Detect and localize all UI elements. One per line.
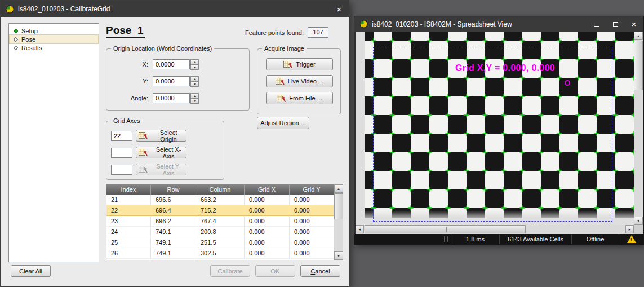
spin-up-icon[interactable]: ▲ [190, 59, 199, 65]
origin-axis-row: Select Origin [111, 130, 186, 142]
grid-tool-icon [139, 166, 148, 173]
tree-item-pose[interactable]: Pose [10, 35, 98, 43]
group-title: Grid Axes [111, 117, 143, 124]
feature-points-label: Feature points found: [225, 29, 304, 36]
calibrate-button[interactable]: Calibrate [210, 265, 250, 277]
x-axis-index-field[interactable] [111, 148, 132, 158]
feature-points-value: 107 [308, 27, 328, 38]
tree-item-label: Pose [21, 36, 35, 43]
ok-button[interactable]: OK [255, 265, 295, 277]
table-scrollbar[interactable]: ▲ ▼ [334, 184, 343, 260]
select-origin-button[interactable]: Select Origin [136, 130, 186, 142]
spin-down-icon[interactable]: ▼ [190, 82, 199, 87]
table-row[interactable]: 26 749.1 302.5 0.000 0.000 [106, 248, 334, 259]
column-header[interactable]: Grid Y [290, 184, 334, 195]
calibrate-grid-window: is8402_010203 - CalibrateGrid × Setup Po… [0, 0, 349, 287]
scrollbar-thumb[interactable] [634, 41, 643, 90]
y-input[interactable] [153, 76, 190, 86]
y-axis-index-field[interactable] [111, 165, 132, 175]
status-segment-empty [354, 234, 451, 244]
table-row-selected[interactable]: 22 696.4 715.2 0.000 0.000 [106, 205, 334, 216]
scroll-up-icon[interactable]: ▲ [634, 32, 643, 40]
adjust-region-button[interactable]: Adjust Region ... [257, 117, 309, 129]
column-header[interactable]: Column [196, 184, 245, 195]
cell: 23 [106, 216, 151, 227]
scroll-down-icon[interactable]: ▼ [334, 251, 343, 260]
cell: 0.000 [245, 237, 290, 248]
maximize-icon[interactable] [608, 19, 623, 30]
table-row[interactable]: 21 696.6 663.2 0.000 0.000 [106, 195, 334, 205]
scroll-up-icon[interactable]: ▲ [334, 184, 343, 193]
live-video-button[interactable]: Live Video ... [266, 75, 333, 87]
cell: 0.000 [290, 227, 334, 237]
x-row: X: ▲ ▼ [112, 59, 199, 69]
cell: 749.1 [151, 248, 196, 259]
calibrate-titlebar[interactable]: is8402_010203 - CalibrateGrid × [1, 1, 349, 17]
angle-spinner[interactable]: ▲ ▼ [190, 93, 199, 103]
diamond-icon [14, 28, 18, 33]
cell: 24 [106, 227, 151, 237]
spin-up-icon[interactable]: ▲ [190, 76, 199, 82]
y-row: Y: ▲ ▼ [112, 76, 199, 86]
close-icon[interactable]: × [332, 3, 347, 15]
scroll-down-icon[interactable]: ▼ [634, 217, 643, 225]
button-label: Select X-Axis [151, 146, 186, 160]
window-title: is8402_010203 - IS8402M - Spreadsheet Vi… [372, 20, 585, 28]
select-x-axis-button[interactable]: Select X-Axis [136, 147, 186, 158]
window-title: is8402_010203 - CalibrateGrid [18, 5, 328, 13]
clear-all-button[interactable]: Clear All [11, 265, 51, 277]
column-header[interactable]: Index [106, 184, 151, 195]
button-label: Trigger [296, 61, 315, 68]
cell: 22 [106, 205, 151, 216]
select-y-axis-button[interactable]: Select Y-Axis [136, 164, 186, 175]
origin-marker-circle [565, 80, 570, 86]
cell: 26 [106, 248, 151, 259]
grip-icon [444, 236, 449, 242]
feature-points-table: Index Row Column Grid X Grid Y 21 696.6 … [106, 184, 343, 260]
spreadsheet-view-window: is8402_010203 - IS8402M - Spreadsheet Vi… [354, 16, 644, 245]
tree-item-results[interactable]: Results [10, 43, 98, 52]
column-header[interactable]: Row [151, 184, 196, 195]
scrollbar-thumb[interactable] [334, 193, 343, 219]
column-header[interactable]: Grid X [245, 184, 290, 195]
grid-tool-icon [139, 132, 148, 139]
x-spinner[interactable]: ▲ ▼ [190, 59, 199, 69]
x-input[interactable] [153, 59, 190, 69]
table-header: Index Row Column Grid X Grid Y [106, 184, 334, 195]
spreadsheet-titlebar[interactable]: is8402_010203 - IS8402M - Spreadsheet Vi… [354, 16, 643, 32]
trigger-button[interactable]: Trigger [266, 58, 333, 70]
y-spinner[interactable]: ▲ ▼ [190, 76, 199, 86]
status-warning-segment[interactable]: ! [619, 234, 643, 244]
horizontal-scrollbar[interactable]: ◄ ► [356, 225, 634, 234]
cell: 25 [106, 237, 151, 248]
button-label: Select Origin [151, 129, 186, 143]
scrollbar-corner [634, 225, 643, 234]
button-label: Calibrate [217, 268, 242, 275]
tree-item-setup[interactable]: Setup [10, 27, 98, 35]
spin-down-icon[interactable]: ▼ [190, 65, 199, 70]
vertical-scrollbar[interactable]: ▲ ▼ [634, 32, 643, 225]
scroll-left-icon[interactable]: ◄ [356, 225, 364, 233]
cell: 715.2 [196, 205, 245, 216]
origin-index-field[interactable] [111, 131, 132, 141]
angle-input[interactable] [153, 93, 190, 103]
button-label: Adjust Region ... [260, 120, 306, 126]
scroll-right-icon[interactable]: ► [625, 225, 634, 233]
spin-down-icon[interactable]: ▼ [190, 99, 199, 104]
table-row[interactable]: 25 749.1 251.5 0.000 0.000 [106, 237, 334, 248]
y-axis-row: Select Y-Axis [111, 164, 186, 175]
acquire-image-group: Acquire Image Trigger Live Video ... [257, 48, 341, 114]
cell: 0.000 [290, 195, 334, 205]
cell: 251.5 [196, 237, 245, 248]
camera-image-view[interactable]: Grid X,Y = 0.000, 0.000 [356, 32, 634, 225]
from-file-button[interactable]: From File ... [266, 92, 333, 104]
close-icon[interactable]: × [627, 19, 641, 30]
scrollbar-thumb[interactable] [365, 225, 526, 233]
cell: 0.000 [245, 248, 290, 259]
cell: 0.000 [245, 216, 290, 227]
table-row[interactable]: 23 696.2 767.4 0.000 0.000 [106, 216, 334, 227]
table-row[interactable]: 24 749.1 200.8 0.000 0.000 [106, 227, 334, 237]
cancel-button[interactable]: Cancel [300, 265, 340, 277]
spin-up-icon[interactable]: ▲ [190, 93, 199, 99]
minimize-icon[interactable] [589, 19, 604, 30]
